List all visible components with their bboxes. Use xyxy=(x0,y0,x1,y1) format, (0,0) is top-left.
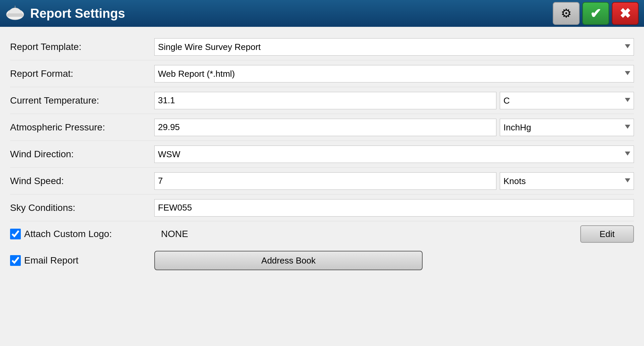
gear-icon: ⚙ xyxy=(561,6,572,20)
cancel-button[interactable]: ✖ xyxy=(612,2,639,25)
svg-rect-1 xyxy=(7,14,23,16)
current-temperature-controls: C F xyxy=(154,92,634,109)
pressure-unit-select[interactable]: InchHg hPa xyxy=(500,119,634,136)
checkmark-icon: ✔ xyxy=(590,6,601,21)
current-temperature-input[interactable] xyxy=(154,92,496,109)
report-format-label: Report Format: xyxy=(10,68,154,79)
report-format-row: Report Format: Web Report (*.html) xyxy=(10,60,634,87)
edit-logo-button[interactable]: Edit xyxy=(580,225,634,243)
email-report-checkbox[interactable] xyxy=(10,255,21,266)
wind-speed-controls: Knots mph kph xyxy=(154,172,634,190)
email-report-checkbox-label[interactable]: Email Report xyxy=(10,255,78,266)
header-buttons: ⚙ ✔ ✖ xyxy=(553,2,639,25)
attach-logo-row: Attach Custom Logo: NONE Edit xyxy=(10,221,634,247)
attach-logo-controls: NONE Edit xyxy=(154,225,634,243)
report-format-select[interactable]: Web Report (*.html) xyxy=(154,65,634,82)
report-template-row: Report Template: Single Wire Survey Repo… xyxy=(10,34,634,60)
wind-direction-row: Wind Direction: WSW NNEESE SSWWNW xyxy=(10,141,634,168)
wind-speed-label: Wind Speed: xyxy=(10,176,154,186)
attach-logo-label: Attach Custom Logo: xyxy=(10,229,154,239)
email-report-row: Email Report Address Book xyxy=(10,247,634,274)
atmospheric-pressure-input[interactable] xyxy=(154,119,496,136)
header: Report Settings ⚙ ✔ ✖ xyxy=(0,0,644,27)
email-report-label: Email Report xyxy=(10,255,154,266)
sky-conditions-label: Sky Conditions: xyxy=(10,203,154,213)
report-format-controls: Web Report (*.html) xyxy=(154,65,634,82)
x-icon: ✖ xyxy=(620,6,631,21)
sky-conditions-controls xyxy=(154,199,634,217)
wind-direction-select[interactable]: WSW NNEESE SSWWNW xyxy=(154,146,634,163)
settings-button[interactable]: ⚙ xyxy=(553,2,580,25)
atmospheric-pressure-controls: InchHg hPa xyxy=(154,119,634,136)
report-template-controls: Single Wire Survey Report xyxy=(154,38,634,56)
main-content: Report Template: Single Wire Survey Repo… xyxy=(0,27,644,346)
current-temperature-row: Current Temperature: C F xyxy=(10,87,634,114)
wind-speed-unit-select[interactable]: Knots mph kph xyxy=(500,172,634,190)
address-book-button[interactable]: Address Book xyxy=(154,251,423,270)
wind-speed-input[interactable] xyxy=(154,172,496,190)
atmospheric-pressure-row: Atmospheric Pressure: InchHg hPa xyxy=(10,114,634,141)
report-template-select[interactable]: Single Wire Survey Report xyxy=(154,38,634,56)
temperature-unit-select[interactable]: C F xyxy=(500,92,634,109)
sky-conditions-row: Sky Conditions: xyxy=(10,194,634,221)
hard-hat-icon xyxy=(5,4,25,23)
ok-button[interactable]: ✔ xyxy=(582,2,609,25)
current-temperature-label: Current Temperature: xyxy=(10,95,154,106)
wind-direction-label: Wind Direction: xyxy=(10,149,154,160)
email-report-controls: Address Book xyxy=(154,251,634,270)
report-template-label: Report Template: xyxy=(10,42,154,52)
wind-direction-controls: WSW NNEESE SSWWNW xyxy=(154,146,634,163)
wind-speed-row: Wind Speed: Knots mph kph xyxy=(10,168,634,194)
attach-logo-checkbox-label[interactable]: Attach Custom Logo: xyxy=(10,229,112,239)
logo-none-text: NONE xyxy=(154,229,577,239)
attach-logo-checkbox[interactable] xyxy=(10,229,21,239)
page-title: Report Settings xyxy=(30,6,547,21)
sky-conditions-input[interactable] xyxy=(154,199,634,217)
atmospheric-pressure-label: Atmospheric Pressure: xyxy=(10,122,154,133)
